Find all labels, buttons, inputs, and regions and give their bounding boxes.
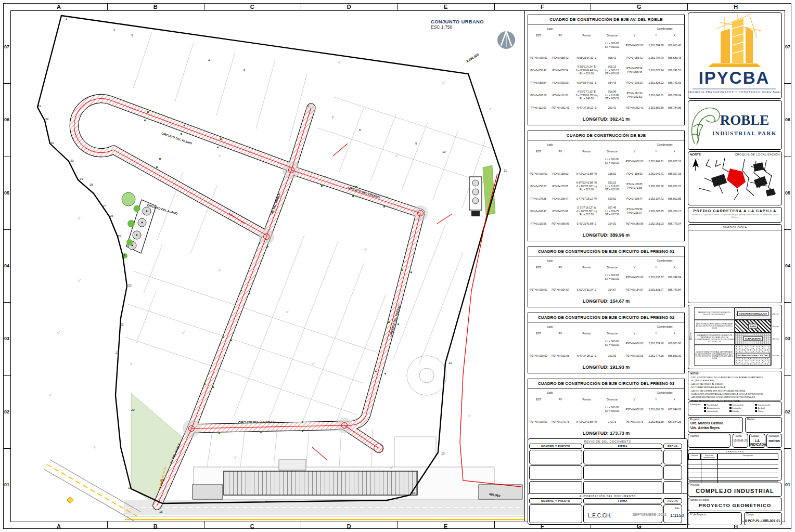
checkbox-icon: [729, 407, 732, 409]
survey-mark: [49, 394, 52, 396]
table-row: PST=0+000.00PST=0+154.67S 62°27'31.34" E…: [528, 283, 684, 296]
fecha-value: 15-ENE-25: [733, 437, 748, 442]
vertex-number: 20: [131, 408, 135, 411]
grid-tick: [204, 521, 204, 528]
vertex-number: 31: [50, 141, 54, 145]
valido-option: Anteproyecto: [704, 407, 729, 409]
footer-date: SEPTIEMBRE /2023: [633, 513, 666, 516]
pavement-layer-name: CONCRETO HIDRÁULICO: [737, 312, 768, 316]
table-row: PC=0+093.00PT=0+112.00N 51°17'1.32" E Δ …: [528, 89, 684, 101]
survey-mark: [489, 108, 492, 110]
croquis-label: CROQUIS DE LOCALIZACIÓN: [735, 153, 780, 156]
version-row: [688, 464, 781, 469]
version-row: [688, 473, 781, 478]
table-row: [529, 450, 686, 464]
building-strip: [193, 460, 522, 499]
pavement-layer-dim: 20 cm: [771, 307, 779, 320]
pavement-layer-swatch: SUBRASANTE: [735, 332, 771, 345]
construction-table-2: CUADRO DE CONSTRUCCIÓN DE EJELadoCoorden…: [528, 131, 685, 241]
vertex-number: 26: [110, 214, 113, 217]
pavement-detail-box: 110 cm PAVIMENTO DE CONCRETO HIDRÁULICO …: [688, 305, 782, 369]
table-row: Lc = 000.00 ST = 000.00PST=0+000.002,261…: [528, 271, 684, 283]
grid-number-02: 02: [4, 409, 9, 414]
checkbox-icon: [755, 404, 757, 406]
survey-mark: [442, 82, 445, 84]
survey-mark: [234, 456, 237, 459]
planting-dot: [222, 336, 224, 338]
pavement-layer-name: ESTABILIZADORA Y FILTRO: [736, 353, 770, 358]
grid-letter-A: A: [57, 523, 61, 529]
pavement-layer-desc: BASE HIDRÁULICA EN CAPAS COMPACTADAS AL …: [694, 320, 735, 332]
vertex-number: 14: [412, 491, 416, 495]
codigo-value: 8 PCP-PL-URB-001.01.: [745, 516, 781, 523]
grid-letter-B: B: [153, 523, 158, 529]
survey-mark: [130, 362, 133, 365]
table-row: PST=0+000.00PST=0+191.93N 47°37'18.12" E…: [528, 349, 684, 362]
survey-mark: [57, 331, 60, 334]
table-row: PST=0+000.00PST=0+173.73N 42°22'41.88" W…: [528, 416, 684, 428]
north-compass-icon: [497, 31, 515, 49]
pavement-layer-desc: CAPA DE GRAVA TRITURADA, LA PRIMERA DE 5…: [694, 345, 735, 366]
survey-mark: [395, 154, 398, 157]
grid-tick: [4, 229, 10, 230]
survey-mark: [338, 61, 341, 63]
grid-tick: [784, 157, 791, 157]
reviso-sign-box: Revisó:: [745, 417, 782, 433]
pavement-total-dim: 110 cm: [689, 307, 694, 366]
survey-mark: [219, 269, 221, 271]
vertex-number: 5: [243, 68, 246, 71]
grid-tick: [784, 302, 791, 303]
project-number-label: N° de Proyecto:: [688, 513, 741, 516]
no-label: No.: [664, 505, 682, 510]
table-longitud: LONGITUD: 173.73 m: [528, 428, 684, 439]
grid-tick: [4, 83, 10, 84]
grid-letter-F: F: [541, 4, 544, 10]
survey-mark: [78, 217, 81, 219]
vertex-number: 30: [70, 159, 74, 162]
plan-tables-divider: [524, 10, 525, 521]
grid-number-07: 07: [4, 44, 9, 49]
grid-tick: [494, 521, 495, 528]
survey-marks: [49, 61, 492, 469]
proyecto-name-2: Urb. Adrián Reyes: [688, 425, 742, 430]
notes-title: NOTAS:: [690, 372, 699, 375]
valido-label: Válido para:: [690, 403, 703, 413]
predio-box: PREDIO CARRETERA A LA CAPILLA Carretera …: [688, 207, 782, 223]
planting-dot: [220, 138, 222, 140]
autorizo-label: Autorizó:: [688, 434, 730, 437]
project-name: COMPLEJO INDUSTRIAL: [688, 486, 781, 494]
construction-table-5: CUADRO DE CONSTRUCCIÓN DE EJE CIRCUITO D…: [528, 379, 685, 439]
planting-dot: [302, 421, 303, 423]
table-title: CUADRO DE CONSTRUCCIÓN DE EJE AV. DEL RO…: [528, 15, 684, 24]
plan-title-block: CONJUNTO URBANO ESC 1:750: [431, 19, 484, 30]
property-line-east: 686,950: [460, 174, 521, 498]
table-row: PC=0+058.42PT=0+058.54N 55°11'9.24" E Δ …: [528, 64, 684, 76]
table-longitud: LONGITUD: 389.96 m: [528, 230, 684, 241]
revision-table: REVISIÓN DEL DOCUMENTONOMBRE Y PUESTOFIR…: [528, 438, 688, 497]
company-logo-box: IPYCBA INGENIERIA PRESUPUESTOS Y CONSTRU…: [688, 12, 782, 99]
road-hatch: [74, 99, 420, 505]
grid-tick: [784, 83, 791, 84]
checkbox-icon: [755, 407, 757, 409]
table-row: PT=0+235.96PST=0+389.96S 42°22'41.88" E1…: [528, 217, 684, 230]
planting-dot: [219, 423, 220, 424]
vertex-number: 10: [442, 150, 446, 153]
road-sign: [67, 497, 74, 503]
valido-option: Construcción: [755, 404, 780, 406]
table-row: Lc = 000.00 ST = 000.00PST=0+000.002,261…: [528, 155, 684, 167]
table-row: [529, 465, 686, 480]
acotacion-value: metros: [768, 439, 780, 443]
circular-structure: [407, 356, 446, 395]
vertex-number: 7: [332, 116, 334, 119]
vertex-number: 3: [131, 34, 133, 37]
table-row: PC=0+208.47PT=0+235.96S 2°37'18.12" W Δ …: [528, 205, 684, 217]
planting-dot: [240, 290, 242, 291]
planting-dot: [181, 133, 182, 135]
grid-tick: [107, 521, 108, 528]
site-plan-drawing: 686,950 2,262,000 CIRCUITO DEL ALAMO CIR…: [10, 10, 524, 521]
plan-scale: ESC 1:750: [431, 24, 484, 30]
predio-subtitle: Carretera a la Capilla s/n, Colonia La C…: [688, 213, 781, 219]
grid-letter-A: A: [57, 4, 61, 10]
authorization-table: AUTORIZACIÓN DEL DOCUMENTONOMBRE Y PUEST…: [528, 493, 688, 525]
escala-box: Escala: LA INDICADA: [749, 434, 765, 448]
